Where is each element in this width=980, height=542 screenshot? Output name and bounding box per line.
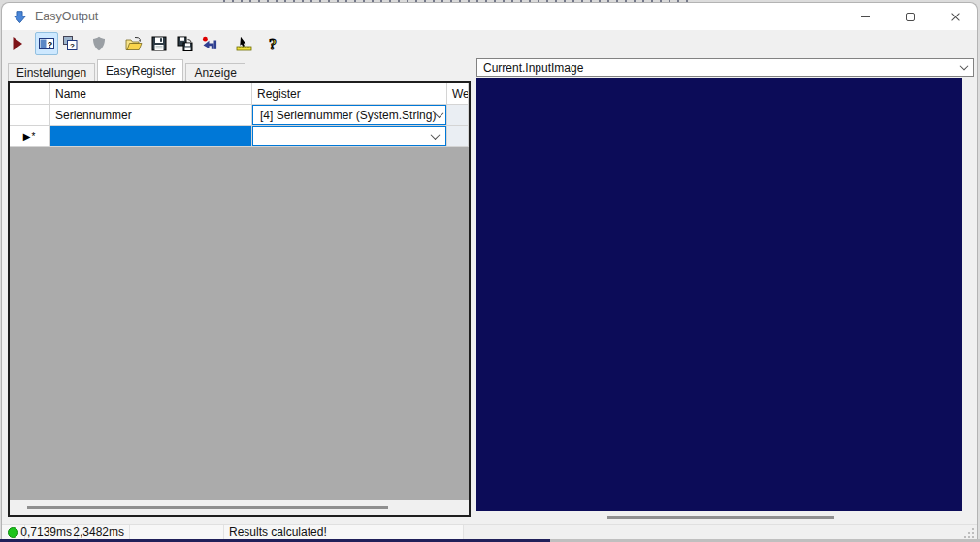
app-icon: [13, 10, 27, 24]
scrollbar-thumb[interactable]: [27, 506, 388, 509]
status-message: Results calculated!: [224, 525, 464, 540]
image-source-combobox[interactable]: Current.InputImage: [476, 58, 974, 77]
run-icon: [11, 36, 24, 51]
image-source-value: Current.InputImage: [483, 61, 583, 75]
tabstrip: Einstellungen EasyRegister Anzeige: [8, 58, 247, 81]
svg-text:?: ?: [70, 42, 75, 50]
grid-row-seriennummer: Seriennummer [4] Seriennummer (System.St…: [10, 105, 469, 126]
grid-corner-header: [10, 83, 50, 105]
measure-ruler-icon: [236, 36, 253, 51]
save-as-icon: [177, 36, 193, 51]
svg-text:?: ?: [269, 36, 277, 52]
shield-icon: [91, 36, 107, 51]
security-shield-button[interactable]: [87, 32, 111, 55]
window-title: EasyOutput: [35, 10, 98, 23]
chevron-down-icon: [431, 130, 441, 140]
open-file-button[interactable]: [122, 32, 146, 55]
grid-header-row: Name Register We: [10, 83, 469, 105]
register-grid: Name Register We Seriennummer [4] Serien…: [8, 81, 471, 517]
close-button[interactable]: [932, 3, 977, 30]
new-row-header[interactable]: ▶*: [10, 126, 50, 147]
image-horizontal-scrollbar-thumb[interactable]: [607, 516, 834, 519]
grid-empty-area: [10, 147, 469, 500]
name-cell[interactable]: Seriennummer: [50, 105, 252, 126]
maximize-icon: [906, 13, 915, 21]
grid-horizontal-scrollbar[interactable]: [10, 500, 469, 515]
close-icon: [950, 12, 961, 22]
timing-panel-1: 0,7139ms: [25, 525, 78, 540]
easyoutput-window: EasyOutput ?: [1, 2, 978, 540]
maximize-button[interactable]: [888, 3, 932, 30]
status-ok-icon: [8, 527, 18, 538]
status-spacer-panel: [130, 525, 224, 540]
save-as-button[interactable]: [173, 32, 196, 55]
status-filler: [464, 525, 977, 540]
input-image-display: [476, 78, 962, 511]
tab-easyregister[interactable]: EasyRegister: [97, 59, 183, 81]
screen: EasyOutput ?: [0, 0, 980, 542]
resize-grip[interactable]: [972, 536, 974, 538]
import-arrow-icon: [202, 36, 218, 51]
column-header-value[interactable]: We: [447, 83, 469, 105]
column-header-name[interactable]: Name: [50, 83, 252, 105]
titlebar: EasyOutput: [2, 3, 977, 30]
statusbar: 0,7139ms 2,3482ms Results calculated!: [2, 524, 977, 540]
register-cell: [4] Seriennummer (System.String): [252, 105, 447, 126]
value-cell[interactable]: [447, 105, 469, 126]
minimize-icon: [861, 16, 870, 17]
cascade-windows-button[interactable]: ?: [58, 32, 82, 55]
register-combobox[interactable]: [4] Seriennummer (System.String): [252, 105, 446, 125]
timing-panel-2: 2,3482ms: [78, 525, 130, 540]
value-cell[interactable]: [447, 126, 469, 147]
show-output-grid-button[interactable]: ?: [35, 32, 58, 55]
minimize-button[interactable]: [843, 3, 888, 30]
row-header[interactable]: [10, 105, 50, 126]
new-row-indicator: ▶*: [23, 131, 37, 142]
tab-einstellungen[interactable]: Einstellungen: [8, 63, 95, 81]
name-cell-selected[interactable]: [50, 126, 252, 147]
open-folder-icon: [125, 36, 143, 51]
tab-anzeige[interactable]: Anzeige: [185, 63, 245, 81]
save-file-button[interactable]: [147, 32, 171, 55]
chevron-down-icon: [435, 109, 444, 118]
chevron-down-icon: [960, 61, 969, 71]
run-button[interactable]: [6, 32, 29, 55]
help-icon: ?: [265, 36, 280, 52]
window-controls: [843, 3, 977, 30]
measure-tool-button[interactable]: [233, 32, 256, 55]
register-combobox-empty[interactable]: [252, 126, 446, 146]
save-icon: [151, 36, 167, 51]
output-grid-icon: ?: [39, 37, 55, 51]
toolbar: ? ?: [2, 30, 977, 57]
grid-new-row: ▶*: [10, 126, 469, 147]
register-cell: [252, 126, 447, 147]
column-header-register[interactable]: Register: [252, 83, 447, 105]
cascade-windows-icon: ?: [62, 36, 78, 51]
import-revert-button[interactable]: [198, 32, 221, 55]
svg-text:?: ?: [47, 40, 52, 49]
help-button[interactable]: ?: [261, 32, 284, 55]
register-combobox-value: [4] Seriennummer (System.String): [260, 109, 436, 122]
